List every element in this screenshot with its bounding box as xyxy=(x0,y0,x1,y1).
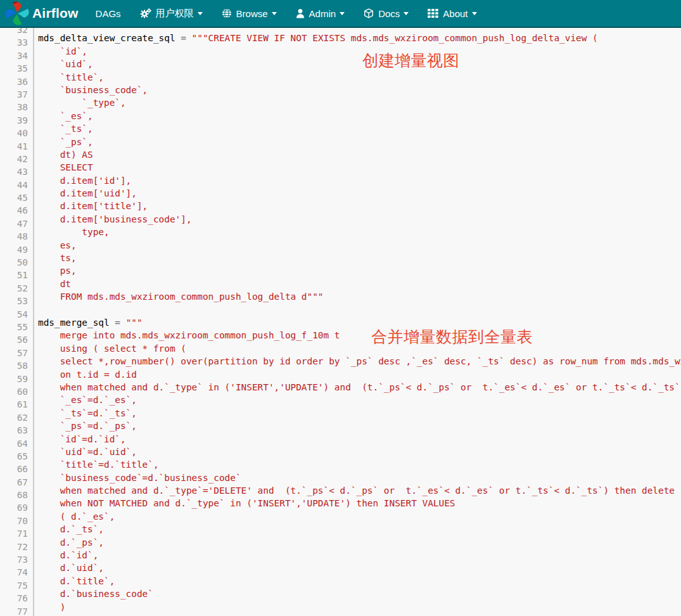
code-line: d.item['business_code'], xyxy=(38,213,681,226)
line-number: 39 xyxy=(0,114,28,127)
line-number: 59 xyxy=(0,373,28,385)
line-number: 66 xyxy=(0,463,28,475)
code-line: `title`=d.`title`, xyxy=(38,458,681,471)
gears-icon xyxy=(140,8,151,18)
nav-item-user-permissions[interactable]: 用户权限 xyxy=(130,0,212,27)
globe-icon xyxy=(222,8,232,18)
line-number: 57 xyxy=(0,347,28,359)
code-line: d.item['uid'], xyxy=(38,187,681,200)
code-line: ( d.`_es`, xyxy=(38,510,681,523)
code-line: `id`, xyxy=(38,45,681,58)
line-number: 52 xyxy=(0,282,28,295)
line-number: 38 xyxy=(0,101,28,113)
code-line: mds_delta_view_create_sql = """CREATE VI… xyxy=(38,32,681,44)
code-line: d.`_ts`, xyxy=(38,523,681,536)
caret-down-icon xyxy=(340,12,345,15)
line-number: 70 xyxy=(0,515,28,527)
line-number: 48 xyxy=(0,230,28,243)
cube-icon xyxy=(364,8,374,18)
code-line: on t.id = d.id xyxy=(38,368,681,381)
line-number: 61 xyxy=(0,398,28,411)
line-number: 67 xyxy=(0,476,28,489)
line-number: 36 xyxy=(0,75,28,88)
caret-down-icon xyxy=(472,12,477,15)
line-number-gutter: 3233343536373839404142434445464748495051… xyxy=(0,23,28,616)
code-line: `business_code`=d.`business_code` xyxy=(38,472,681,484)
code-line: es, xyxy=(38,239,681,252)
nav-item-about[interactable]: About xyxy=(418,0,486,27)
line-number: 46 xyxy=(0,204,28,217)
caret-down-icon xyxy=(272,12,277,15)
annotation-create-delta-view: 创建增量视图 xyxy=(362,52,459,70)
code-line: dt) AS xyxy=(38,148,681,161)
gutter-divider xyxy=(33,28,34,616)
code-line: `_ps`=d.`_ps`, xyxy=(38,420,681,432)
caret-down-icon xyxy=(404,12,409,15)
line-number: 35 xyxy=(0,62,28,75)
code-line: `_ps`, xyxy=(38,136,681,148)
caret-down-icon xyxy=(198,12,203,15)
line-number: 40 xyxy=(0,127,28,139)
code-line: `_type`, xyxy=(38,96,681,109)
line-number: 43 xyxy=(0,165,28,178)
code-line: when matched and d.`_type`='DELETE' and … xyxy=(38,484,681,497)
line-number: 64 xyxy=(0,437,28,450)
nav-item-admin[interactable]: Admin xyxy=(286,0,355,27)
line-number: 60 xyxy=(0,385,28,398)
line-number: 65 xyxy=(0,450,28,463)
code-line: merge into mds.mds_wxziroom_common_push_… xyxy=(38,329,681,342)
line-number: 77 xyxy=(0,605,28,616)
line-number: 54 xyxy=(0,308,28,321)
line-number: 45 xyxy=(0,191,28,204)
line-number: 50 xyxy=(0,256,28,269)
line-number: 76 xyxy=(0,592,28,605)
grid-icon xyxy=(428,9,438,18)
brand-link[interactable]: Airflow xyxy=(0,1,79,25)
airflow-logo xyxy=(4,0,31,27)
line-number: 75 xyxy=(0,579,28,592)
code-line: d.`id`, xyxy=(38,549,681,561)
code-line: `uid`, xyxy=(38,58,681,70)
line-number: 41 xyxy=(0,140,28,153)
line-number: 69 xyxy=(0,501,28,514)
code-line: d.`_ps`, xyxy=(38,536,681,549)
user-icon xyxy=(296,8,305,18)
brand-title: Airflow xyxy=(32,6,79,21)
line-number: 74 xyxy=(0,566,28,579)
nav-item-dags[interactable]: DAGs xyxy=(86,0,130,27)
code-view: 3233343536373839404142434445464748495051… xyxy=(0,0,681,616)
nav-item-label: Admin xyxy=(309,8,336,19)
nav-item-browse[interactable]: Browse xyxy=(212,0,286,27)
code-line: d.`business_code` xyxy=(38,587,681,600)
line-number: 68 xyxy=(0,489,28,501)
line-number: 71 xyxy=(0,527,28,540)
code-line: `_ts`=d.`_ts`, xyxy=(38,407,681,420)
line-number: 44 xyxy=(0,179,28,191)
code-line: type, xyxy=(38,226,681,238)
code-line: d.`title`, xyxy=(38,575,681,587)
nav-item-label: About xyxy=(443,8,468,19)
code-line: `business_code`, xyxy=(38,84,681,96)
line-number: 51 xyxy=(0,269,28,281)
line-number: 62 xyxy=(0,411,28,424)
nav-item-label: Docs xyxy=(378,8,400,19)
nav-item-docs[interactable]: Docs xyxy=(354,0,418,27)
code-line: d.item['id'], xyxy=(38,174,681,187)
code-line: `_ts`, xyxy=(38,122,681,135)
line-number: 55 xyxy=(0,321,28,333)
nav-item-label: DAGs xyxy=(96,8,121,19)
annotation-merge-delta-to-full: 合并增量数据到全量表 xyxy=(371,328,533,346)
code-block: mds_delta_view_create_sql = """CREATE VI… xyxy=(38,19,681,613)
nav-item-label: 用户权限 xyxy=(156,8,194,20)
line-number: 33 xyxy=(0,36,28,49)
code-line: ps, xyxy=(38,264,681,277)
code-line: `uid`=d.`uid`, xyxy=(38,446,681,458)
line-number: 34 xyxy=(0,49,28,62)
code-line: when matched and d.`_type` in ('INSERT',… xyxy=(38,381,681,394)
line-number: 53 xyxy=(0,295,28,307)
code-line: d.item['title'], xyxy=(38,200,681,212)
code-line: dt xyxy=(38,278,681,290)
code-line: `id`=d.`id`, xyxy=(38,433,681,446)
navbar: Airflow DAGs xyxy=(0,0,681,28)
line-number: 37 xyxy=(0,88,28,101)
